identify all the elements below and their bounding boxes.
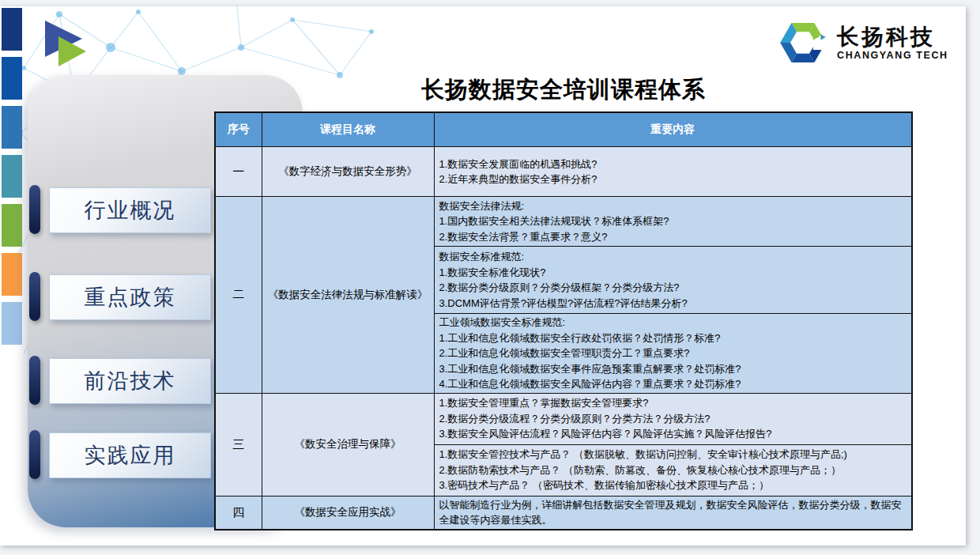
course-content: 数据安全法律法规: 1.国内数据安全相关法律法规现状？标准体系框架? 2.数据安…	[434, 197, 912, 247]
course-content: 1.数据安全管控技术与产品？ （数据脱敏、数据访问控制、安全审计核心技术原理与产…	[434, 444, 912, 496]
course-name: 《数字经济与数据安全形势》	[262, 147, 434, 197]
pill-marker-icon	[29, 272, 40, 321]
sidebar-button[interactable]: 实践应用	[49, 432, 211, 478]
logo-name-cn: 长扬科技	[837, 25, 948, 50]
course-content: 以智能制造行业为例，详细讲解包括数据安全管理及规划，数据安全风险评估，数据分类分…	[434, 496, 912, 530]
sidebar-button[interactable]: 行业概况	[49, 187, 211, 233]
col-header-course: 课程目名称	[262, 112, 434, 147]
table-row: 四 《数据安全应用实战》 以智能制造行业为例，详细讲解包括数据安全管理及规划，数…	[215, 496, 912, 530]
strip-square-navy	[2, 8, 22, 51]
sidebar-button[interactable]: 重点政策	[49, 274, 211, 320]
changyang-logo-icon	[777, 17, 829, 68]
logo-name-en: CHANGYANG TECH	[837, 50, 948, 62]
row-num: 一	[215, 147, 262, 197]
sidebar-item-frontier-tech[interactable]: 前沿技术	[0, 356, 217, 406]
course-name: 《数据安全应用实战》	[262, 496, 434, 530]
table-header-row: 序号 课程目名称 重要内容	[215, 112, 912, 147]
course-content: 工业领域数据安全标准规范: 1.工业和信息化领域数据安全行政处罚依据？处罚情形？…	[434, 314, 912, 394]
course-content: 数据安全标准规范: 1.数据安全标准化现状? 2.数据分类分级原则？分类分级框架…	[434, 247, 912, 314]
course-name: 《数安全治理与保障》	[262, 393, 434, 496]
table-row: 二 《数据安全法律法规与标准解读》 数据安全法律法规: 1.国内数据安全相关法律…	[215, 197, 912, 247]
course-content: 1.数据安全发展面临的机遇和挑战? 2.近年来典型的数据安全事件分析?	[434, 147, 912, 197]
page-title: 长扬数据安全培训课程体系	[214, 74, 913, 106]
pill-marker-icon	[29, 185, 40, 234]
strip-square-blue	[2, 57, 22, 100]
slide-canvas: 行业概况 重点政策 前沿技术 实践应用 长扬数据安全培训课程体系 序号 课程目名…	[0, 6, 966, 546]
row-num: 二	[215, 197, 262, 394]
course-table-container: 序号 课程目名称 重要内容 一 《数字经济与数据安全形势》 1.数据安全发展面临…	[214, 111, 913, 530]
company-logo: 长扬科技 CHANGYANG TECH	[777, 17, 948, 68]
row-num: 三	[215, 393, 262, 496]
col-header-content: 重要内容	[434, 112, 912, 147]
sidebar-item-key-policies[interactable]: 重点政策	[0, 272, 217, 323]
table-row: 三 《数安全治理与保障》 1.数据安全管理重点？掌握数据安全管理要求? 2.数据…	[215, 393, 912, 444]
sidebar-item-practice-application[interactable]: 实践应用	[0, 430, 217, 481]
course-table: 序号 课程目名称 重要内容 一 《数字经济与数据安全形势》 1.数据安全发展面临…	[214, 111, 913, 530]
row-num: 四	[215, 496, 262, 530]
col-header-num: 序号	[215, 112, 262, 147]
pill-marker-icon	[29, 356, 40, 405]
pill-marker-icon	[29, 430, 40, 479]
course-name: 《数据安全法律法规与标准解读》	[262, 197, 434, 394]
sidebar-button[interactable]: 前沿技术	[49, 358, 211, 404]
table-row: 一 《数字经济与数据安全形势》 1.数据安全发展面临的机遇和挑战? 2.近年来典…	[215, 147, 912, 197]
sidebar-item-industry-overview[interactable]: 行业概况	[0, 185, 217, 236]
strip-square-mediumblue	[2, 106, 22, 149]
logo-text: 长扬科技 CHANGYANG TECH	[837, 25, 948, 62]
course-content: 1.数据安全管理重点？掌握数据安全管理要求? 2.数据分类分级流程？分类分级原则…	[434, 393, 912, 444]
